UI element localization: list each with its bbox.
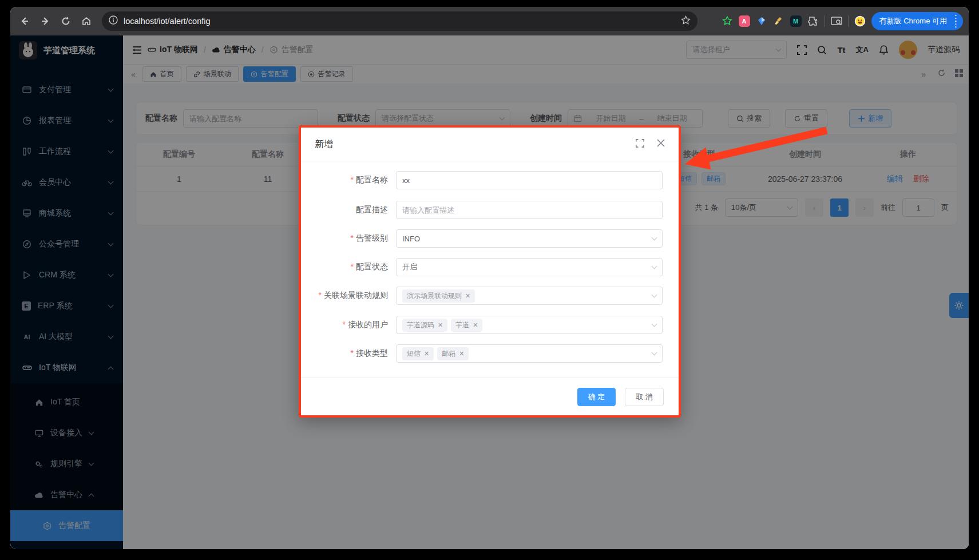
address-bar[interactable]: localhost/iot/alert/config xyxy=(102,11,697,31)
extension-m-icon[interactable]: M xyxy=(790,15,802,27)
type-tag: 短信✕ xyxy=(402,347,434,360)
alert-level-select[interactable]: INFO xyxy=(396,229,663,248)
reload-icon[interactable] xyxy=(57,13,74,30)
dialog-close-icon[interactable] xyxy=(657,139,665,149)
config-name-value[interactable] xyxy=(402,176,656,185)
receive-users-multiselect[interactable]: 芋道源码✕ 芋道✕ xyxy=(396,316,663,334)
cancel-button[interactable]: 取 消 xyxy=(625,388,664,406)
remove-tag-icon[interactable]: ✕ xyxy=(465,292,470,300)
form-row-scene-rule: *关联场景联动规则 演示场景联动规则✕ xyxy=(301,287,679,305)
browser-toolbar: localhost/iot/alert/config A M 有新版 Chrom… xyxy=(10,7,969,35)
extension-broom-icon[interactable] xyxy=(773,15,784,27)
form-row-alert-level: *告警级别 INFO xyxy=(301,229,679,248)
form-row-receive-types: *接收类型 短信✕ 邮箱✕ xyxy=(301,344,679,363)
profile-emoji-avatar[interactable] xyxy=(854,15,866,27)
chevron-down-icon xyxy=(652,263,657,269)
toolbar-divider xyxy=(825,15,825,27)
config-desc-field[interactable] xyxy=(396,201,663,219)
forward-icon[interactable] xyxy=(37,13,54,30)
extensions-row: A M 有新版 Chrome 可用 ⋮⋮ xyxy=(704,12,963,30)
scene-rule-multiselect[interactable]: 演示场景联动规则✕ xyxy=(396,287,663,305)
home-icon[interactable] xyxy=(78,13,95,30)
browser-window: localhost/iot/alert/config A M 有新版 Chrom… xyxy=(10,7,969,549)
bookmark-star-icon[interactable] xyxy=(681,15,691,27)
extension-lamp-icon[interactable] xyxy=(756,15,767,27)
dialog-title: 新增 xyxy=(315,138,333,150)
chevron-down-icon xyxy=(652,321,657,327)
dialog-header: 新增 xyxy=(301,128,679,161)
form-row-config-name: *配置名称 xyxy=(301,171,679,189)
puzzle-extensions-icon[interactable] xyxy=(807,15,819,27)
remove-tag-icon[interactable]: ✕ xyxy=(473,321,478,329)
extension-star-icon[interactable] xyxy=(722,15,733,27)
receive-types-multiselect[interactable]: 短信✕ 邮箱✕ xyxy=(396,344,663,363)
user-tag: 芋道✕ xyxy=(451,319,482,332)
config-status-select[interactable]: 开启 xyxy=(396,258,663,276)
remove-tag-icon[interactable]: ✕ xyxy=(459,350,464,358)
remove-tag-icon[interactable]: ✕ xyxy=(438,321,443,329)
add-config-dialog: 新增 *配置名称 配置描述 xyxy=(299,125,681,418)
app-page: 芋道管理系统 支付管理 报表管理 工作流程 会员中心 xyxy=(10,35,969,549)
chrome-menu-icon[interactable]: ⋮⋮ xyxy=(952,15,960,27)
user-tag: 芋道源码✕ xyxy=(402,319,447,332)
screen-search-icon[interactable] xyxy=(831,15,842,27)
extension-translate-icon[interactable]: A xyxy=(739,15,750,27)
back-icon[interactable] xyxy=(16,13,33,30)
chevron-down-icon xyxy=(652,292,657,297)
form-row-receive-users: *接收的用户 芋道源码✕ 芋道✕ xyxy=(301,316,679,334)
dialog-footer: 确 定 取 消 xyxy=(301,378,679,416)
config-desc-value[interactable] xyxy=(402,206,656,215)
chrome-update-button[interactable]: 有新版 Chrome 可用 ⋮⋮ xyxy=(871,12,963,30)
type-tag: 邮箱✕ xyxy=(437,347,469,360)
toolbar-divider xyxy=(848,15,849,27)
chevron-down-icon xyxy=(652,349,657,355)
form-row-config-desc: 配置描述 xyxy=(301,201,679,219)
form-row-config-status: *配置状态 开启 xyxy=(301,258,679,276)
remove-tag-icon[interactable]: ✕ xyxy=(424,350,429,358)
url-text[interactable]: localhost/iot/alert/config xyxy=(124,17,675,26)
chrome-update-label: 有新版 Chrome 可用 xyxy=(879,16,947,26)
dialog-fullscreen-icon[interactable] xyxy=(636,139,644,150)
dialog-form: *配置名称 配置描述 *告警级别 INFO xyxy=(301,161,679,378)
chevron-down-icon xyxy=(652,235,657,240)
config-name-field[interactable] xyxy=(396,171,663,189)
confirm-button[interactable]: 确 定 xyxy=(577,388,616,406)
scene-rule-tag: 演示场景联动规则✕ xyxy=(402,289,475,303)
site-info-icon[interactable] xyxy=(109,15,118,27)
extension-grid-icon[interactable] xyxy=(704,15,716,27)
